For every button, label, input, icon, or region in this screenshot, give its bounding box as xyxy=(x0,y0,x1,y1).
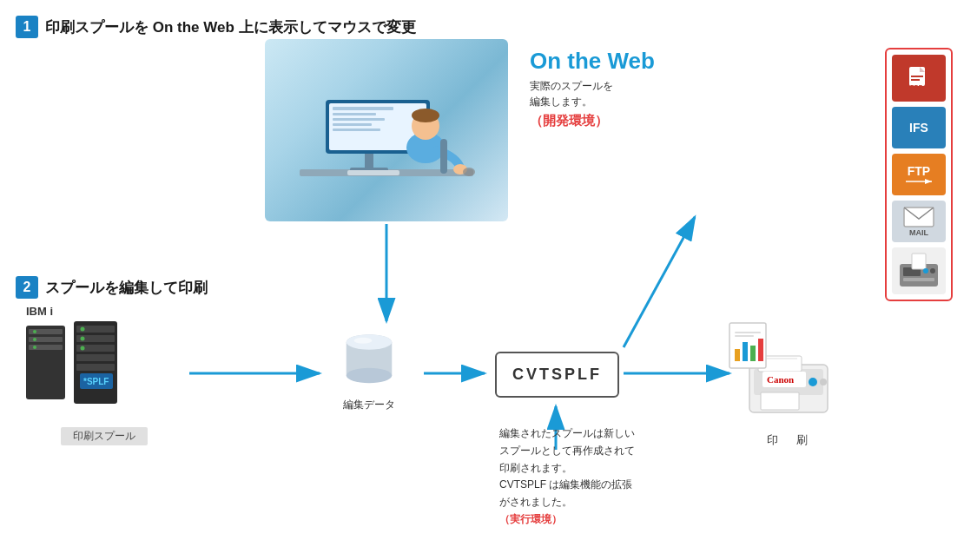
ibm-label: IBM i xyxy=(26,305,53,318)
svg-point-19 xyxy=(412,109,439,122)
svg-point-43 xyxy=(33,338,36,341)
svg-text:PDF: PDF xyxy=(910,84,923,90)
section2: 2 スプールを編集して印刷 xyxy=(16,276,961,299)
pdf-icon: PDF xyxy=(892,55,946,102)
section1: 1 印刷スプールを On the Web 上に表示してマウスで変更 xyxy=(16,16,961,38)
svg-point-60 xyxy=(354,338,373,344)
svg-rect-12 xyxy=(333,107,393,110)
print-block: Canon 印 刷 xyxy=(736,321,841,448)
svg-point-42 xyxy=(33,330,36,333)
description-block: 編集されたスプールは新しい スプールとして再作成されて 印刷されます。 CVTS… xyxy=(499,425,635,529)
svg-rect-66 xyxy=(735,332,761,333)
svg-rect-23 xyxy=(347,170,399,175)
svg-rect-62 xyxy=(735,349,740,361)
svg-point-58 xyxy=(347,368,393,384)
section2-number: 2 xyxy=(16,276,38,299)
output-icons-panel: PDF IFS FTP MAIL xyxy=(885,48,953,301)
exec-env-label: （実行環境） xyxy=(499,513,562,525)
section1-number: 1 xyxy=(16,16,38,38)
on-the-web-title: On the Web xyxy=(530,48,655,75)
svg-rect-14 xyxy=(333,118,385,121)
svg-rect-27 xyxy=(911,79,920,81)
svg-point-51 xyxy=(81,327,85,332)
section2-title: スプールを編集して印刷 xyxy=(45,278,208,298)
svg-text:*SPLF: *SPLF xyxy=(83,377,109,386)
svg-point-44 xyxy=(33,346,36,349)
svg-point-53 xyxy=(81,346,85,351)
mail-icon: MAIL xyxy=(892,201,946,242)
svg-rect-67 xyxy=(735,335,754,337)
ibm-server-block: IBM i *SPLF 印刷スプール xyxy=(17,300,191,447)
svg-rect-38 xyxy=(26,326,65,399)
on-the-web-sub: 実際のスプールを 編集します。 xyxy=(530,78,655,109)
svg-marker-30 xyxy=(925,179,932,184)
svg-rect-35 xyxy=(912,254,926,269)
on-the-web-env: （開発環境） xyxy=(530,113,655,129)
svg-rect-49 xyxy=(76,354,115,361)
svg-point-21 xyxy=(463,168,475,176)
section1-title: 印刷スプールを On the Web 上に表示してマウスで変更 xyxy=(45,17,416,37)
on-the-web-block: On the Web 実際のスプールを 編集します。 （開発環境） xyxy=(530,48,655,129)
svg-rect-64 xyxy=(750,346,756,361)
svg-rect-63 xyxy=(743,342,748,361)
svg-rect-65 xyxy=(758,339,763,361)
svg-point-36 xyxy=(923,268,928,273)
svg-point-73 xyxy=(809,378,817,386)
svg-point-52 xyxy=(81,337,85,341)
ftp-icon: FTP xyxy=(892,154,946,195)
ifs-icon: IFS xyxy=(892,107,946,148)
svg-point-74 xyxy=(820,379,827,385)
svg-rect-16 xyxy=(333,128,380,131)
person-illustration xyxy=(265,39,508,221)
cvtsplf-block: CVTSPLF xyxy=(495,352,619,398)
svg-point-37 xyxy=(930,268,935,273)
print-label: 印 刷 xyxy=(767,432,811,448)
database-block: 編集データ xyxy=(339,330,399,412)
svg-rect-15 xyxy=(333,123,372,126)
database-label: 編集データ xyxy=(343,398,395,412)
cvtsplf-label: CVTSPLF xyxy=(495,352,619,398)
svg-rect-45 xyxy=(74,321,117,404)
svg-rect-22 xyxy=(440,139,447,174)
ibm-footer: 印刷スプール xyxy=(61,427,148,445)
svg-rect-50 xyxy=(76,364,115,371)
svg-rect-26 xyxy=(911,76,923,77)
svg-rect-72 xyxy=(761,392,799,410)
svg-rect-13 xyxy=(333,113,376,115)
